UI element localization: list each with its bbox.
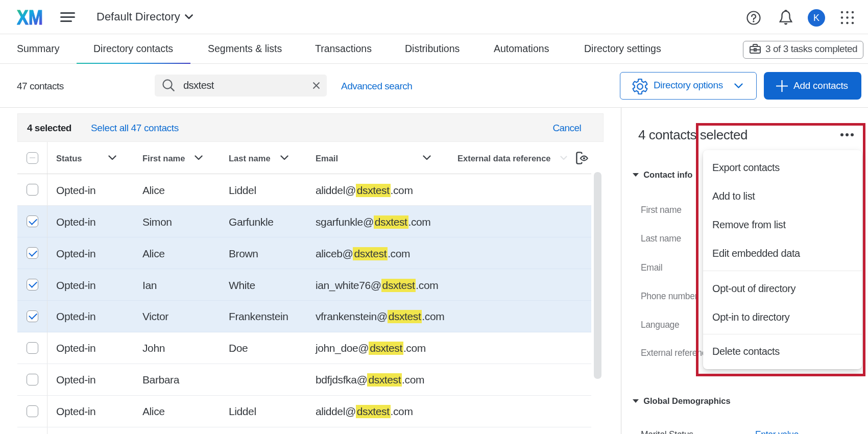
svg-text:XM: XM [17,9,43,27]
